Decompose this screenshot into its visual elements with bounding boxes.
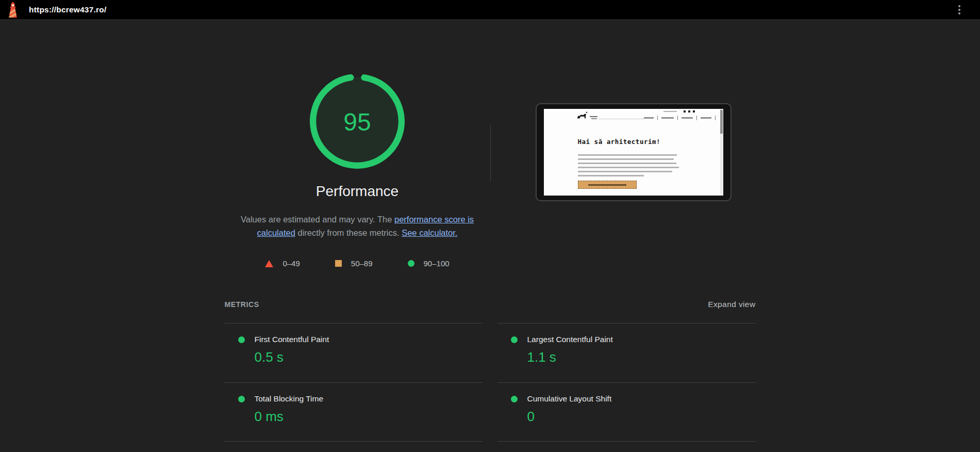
- legend-label: 90–100: [424, 259, 450, 268]
- metric-first-contentful-paint: First Contentful Paint 0.5 s: [225, 323, 483, 382]
- lighthouse-icon: [4, 1, 22, 18]
- site-nav-item: [644, 117, 654, 119]
- report-container: 95 Performance Values are estimated and …: [225, 19, 756, 442]
- site-paragraph-line: [578, 158, 674, 160]
- site-contact-text: [663, 111, 677, 112]
- average-square-icon: [335, 260, 342, 267]
- header-dotted-divider: [599, 119, 644, 119]
- site-nav-item: [661, 117, 674, 119]
- metric-value: 0 ms: [255, 409, 483, 425]
- metric-value: 1.1 s: [527, 349, 756, 365]
- pass-dot-icon: [238, 336, 245, 343]
- site-topbar: [663, 110, 695, 112]
- fail-triangle-icon: [265, 260, 273, 267]
- site-nav-item: [682, 117, 693, 119]
- metric-total-blocking-time: Total Blocking Time 0 ms: [225, 382, 483, 442]
- metric-label: Largest Contentful Paint: [527, 335, 613, 344]
- metric-label: Total Blocking Time: [255, 394, 324, 403]
- page-screenshot-thumbnail: Hai să arhitecturim!: [536, 103, 732, 201]
- description-text: directly from these metrics.: [295, 228, 402, 237]
- site-cta-button: [578, 181, 637, 189]
- score-description: Values are estimated and may vary. The p…: [226, 213, 489, 239]
- metric-label: Cumulative Layout Shift: [527, 394, 612, 403]
- metric-largest-contentful-paint: Largest Contentful Paint 1.1 s: [497, 323, 756, 382]
- expand-view-button[interactable]: Expand view: [708, 300, 755, 309]
- pass-dot-icon: [511, 396, 518, 402]
- metric-value: 0: [527, 409, 756, 425]
- social-icon: [693, 110, 695, 112]
- metric-label: First Contentful Paint: [255, 335, 329, 344]
- site-paragraph-line: [578, 167, 679, 168]
- site-paragraph-line: [578, 175, 644, 176]
- pass-circle-icon: [408, 260, 414, 267]
- site-paragraph-line: [578, 154, 677, 156]
- metrics-section-title: METRICS: [225, 300, 259, 309]
- social-icon: [688, 110, 690, 112]
- metrics-header: METRICS Expand view: [225, 300, 756, 309]
- metric-cumulative-layout-shift: Cumulative Layout Shift 0: [497, 382, 756, 442]
- metrics-grid: First Contentful Paint 0.5 s Largest Con…: [225, 323, 756, 442]
- performance-category-title[interactable]: Performance: [316, 183, 398, 200]
- legend-item-pass: 90–100: [408, 259, 450, 268]
- site-logo-text: [590, 116, 597, 117]
- legend-item-average: 50–89: [335, 259, 373, 268]
- legend-label: 50–89: [351, 259, 373, 268]
- pass-dot-icon: [511, 336, 518, 343]
- site-logo-icon: [576, 111, 589, 120]
- score-section: 95 Performance Values are estimated and …: [225, 19, 756, 268]
- see-calculator-link[interactable]: See calculator.: [402, 228, 457, 237]
- description-text: Values are estimated and may vary. The: [241, 215, 394, 224]
- topbar: https://bcrew437.ro/: [0, 0, 980, 19]
- site-heading: Hai să arhitecturim!: [578, 138, 661, 146]
- gauge-score-value: 95: [310, 74, 405, 169]
- legend-label: 0–49: [283, 259, 300, 268]
- report-url: https://bcrew437.ro/: [29, 5, 106, 14]
- kebab-menu-icon[interactable]: [956, 3, 962, 17]
- pass-dot-icon: [238, 396, 245, 402]
- social-icon: [684, 110, 686, 112]
- performance-score-gauge[interactable]: 95: [310, 74, 405, 169]
- site-paragraph-line: [578, 163, 676, 164]
- score-legend: 0–49 50–89 90–100: [265, 259, 449, 268]
- screenshot-content: Hai să arhitecturim!: [544, 109, 723, 196]
- site-nav-item: [701, 117, 711, 119]
- site-scrollbar-thumb: [720, 110, 723, 134]
- legend-item-fail: 0–49: [265, 259, 300, 268]
- site-paragraph-line: [578, 171, 672, 172]
- site-logo-text: [591, 118, 597, 119]
- metric-value: 0.5 s: [255, 349, 483, 365]
- site-nav: [644, 116, 716, 120]
